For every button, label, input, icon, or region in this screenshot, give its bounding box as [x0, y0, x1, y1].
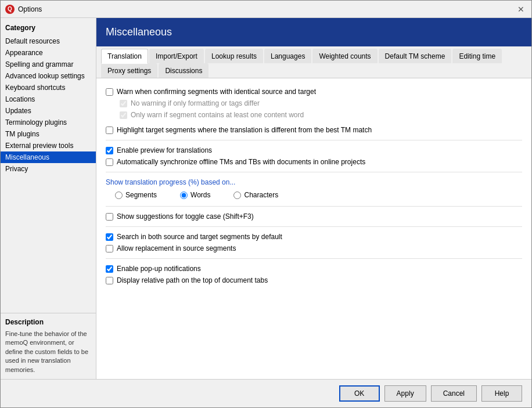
divider-2 — [106, 172, 522, 172]
search-both-label[interactable]: Search in both source and target segment… — [117, 233, 282, 241]
enable-preview-checkbox[interactable] — [106, 147, 113, 154]
radio-segments: Segments — [115, 191, 157, 199]
sidebar-item-appearance[interactable]: Appearance — [1, 47, 96, 59]
warn-confirm-checkbox[interactable] — [106, 88, 113, 96]
ok-button[interactable]: OK — [339, 385, 380, 402]
allow-replacement-label[interactable]: Allow replacement in source segments — [117, 244, 236, 252]
tabs-container: Translation Import/Export Lookup results… — [96, 46, 531, 78]
auto-sync-row: Automatically synchronize offline TMs an… — [106, 158, 522, 166]
sidebar-description: Description Fine-tune the behavior of th… — [1, 313, 96, 379]
footer: OK Apply Cancel Help — [1, 379, 531, 407]
radio-characters-label[interactable]: Characters — [244, 191, 278, 199]
enable-popup-label[interactable]: Enable pop-up notifications — [117, 265, 201, 273]
app-icon: Q — [5, 5, 15, 14]
progress-section: Show translation progress (%) based on..… — [106, 178, 522, 199]
radio-words-label[interactable]: Words — [190, 191, 210, 199]
apply-button[interactable]: Apply — [384, 385, 426, 402]
allow-replacement-checkbox[interactable] — [106, 245, 113, 252]
display-relative-checkbox[interactable] — [106, 277, 113, 284]
show-suggestions-checkbox[interactable] — [106, 213, 113, 221]
only-warn-content-row: Only warn if segment contains at least o… — [106, 111, 522, 119]
sidebar-item-tm-plugins[interactable]: TM plugins — [1, 128, 96, 140]
sidebar-item-spelling-grammar[interactable]: Spelling and grammar — [1, 59, 96, 70]
radio-segments-label[interactable]: Segments — [125, 191, 157, 199]
sidebar-item-terminology-plugins[interactable]: Terminology plugins — [1, 117, 96, 128]
tab-editing-time[interactable]: Editing time — [452, 49, 502, 63]
sidebar-item-locations[interactable]: Locations — [1, 93, 96, 105]
sidebar-item-updates[interactable]: Updates — [1, 105, 96, 117]
enable-popup-row: Enable pop-up notifications — [106, 265, 522, 273]
display-relative-row: Display relative path on the top of docu… — [106, 276, 522, 284]
tab-translation[interactable]: Translation — [101, 49, 148, 64]
tab-import-export[interactable]: Import/Export — [149, 49, 204, 63]
tab-discussions[interactable]: Discussions — [159, 63, 209, 78]
only-warn-content-checkbox[interactable] — [120, 111, 127, 119]
divider-3 — [106, 206, 522, 207]
tab-weighted-counts[interactable]: Weighted counts — [312, 49, 377, 63]
warn-confirm-row: Warn when confirming segments with ident… — [106, 88, 522, 96]
options-window: Q Options ✕ Category Default resources A… — [0, 0, 532, 408]
auto-sync-label[interactable]: Automatically synchronize offline TMs an… — [117, 158, 365, 166]
main-panel: Miscellaneous Translation Import/Export … — [96, 18, 531, 379]
tab-languages[interactable]: Languages — [264, 49, 311, 63]
enable-popup-checkbox[interactable] — [106, 265, 113, 273]
tab-lookup-results[interactable]: Lookup results — [205, 49, 263, 63]
progress-label: Show translation progress (%) based on..… — [106, 178, 522, 186]
auto-sync-checkbox[interactable] — [106, 158, 113, 166]
search-both-row: Search in both source and target segment… — [106, 233, 522, 241]
radio-words-input[interactable] — [180, 192, 188, 199]
cancel-button[interactable]: Cancel — [431, 385, 477, 402]
search-both-checkbox[interactable] — [106, 233, 113, 241]
sidebar-item-privacy[interactable]: Privacy — [1, 163, 96, 175]
title-bar: Q Options ✕ — [1, 1, 531, 18]
only-warn-content-label[interactable]: Only warn if segment contains at least o… — [131, 111, 304, 119]
show-suggestions-row: Show suggestions for toggle case (Shift+… — [106, 212, 522, 221]
display-relative-label[interactable]: Display relative path on the top of docu… — [117, 276, 268, 284]
allow-replacement-row: Allow replacement in source segments — [106, 244, 522, 252]
enable-preview-row: Enable preview for translations — [106, 146, 522, 154]
sidebar: Category Default resources Appearance Sp… — [1, 18, 96, 379]
sidebar-item-keyboard-shortcuts[interactable]: Keyboard shortcuts — [1, 82, 96, 93]
divider-1 — [106, 140, 522, 140]
window-title: Options — [18, 5, 515, 13]
close-button[interactable]: ✕ — [515, 3, 527, 15]
sidebar-header: Category — [1, 18, 96, 35]
divider-5 — [106, 258, 522, 259]
sidebar-item-advanced-lookup[interactable]: Advanced lookup settings — [1, 70, 96, 82]
sidebar-item-external-preview[interactable]: External preview tools — [1, 140, 96, 151]
highlight-target-row: Highlight target segments where the tran… — [106, 126, 522, 134]
warn-section: Warn when confirming segments with ident… — [106, 88, 522, 119]
warn-confirm-label[interactable]: Warn when confirming segments with ident… — [117, 88, 316, 96]
radio-segments-input[interactable] — [115, 192, 123, 199]
tab-proxy-settings[interactable]: Proxy settings — [101, 63, 157, 78]
radio-group: Segments Words Characters — [115, 191, 522, 199]
tab-default-tm-scheme[interactable]: Default TM scheme — [379, 49, 452, 63]
divider-4 — [106, 226, 522, 227]
description-text: Fine-tune the behavior of the memoQ envi… — [5, 330, 91, 374]
highlight-target-label[interactable]: Highlight target segments where the tran… — [117, 126, 372, 134]
show-suggestions-label[interactable]: Show suggestions for toggle case (Shift+… — [117, 212, 254, 221]
description-header: Description — [5, 318, 91, 326]
radio-words: Words — [180, 191, 210, 199]
help-button[interactable]: Help — [481, 385, 522, 402]
highlight-target-checkbox[interactable] — [106, 127, 113, 134]
panel-content: Warn when confirming segments with ident… — [96, 78, 531, 379]
radio-characters: Characters — [233, 191, 278, 199]
no-warning-formatting-checkbox[interactable] — [120, 100, 127, 107]
sidebar-item-default-resources[interactable]: Default resources — [1, 35, 96, 47]
radio-characters-input[interactable] — [233, 192, 241, 199]
no-warning-formatting-label[interactable]: No warning if only formatting or tags di… — [131, 99, 260, 107]
no-warning-formatting-row: No warning if only formatting or tags di… — [106, 99, 522, 107]
enable-preview-label[interactable]: Enable preview for translations — [117, 146, 212, 154]
content-area: Category Default resources Appearance Sp… — [1, 18, 531, 379]
panel-title: Miscellaneous — [96, 18, 531, 46]
sidebar-item-miscellaneous[interactable]: Miscellaneous — [1, 151, 96, 163]
